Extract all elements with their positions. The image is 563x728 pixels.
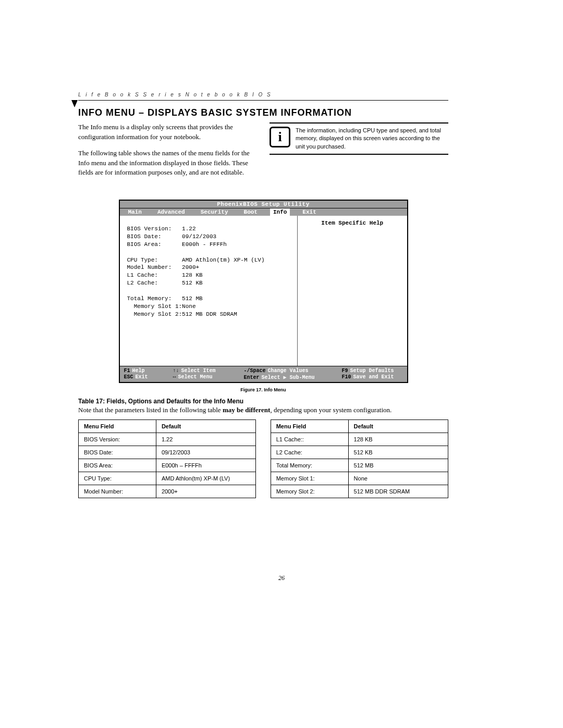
label-save-and-exit: Save and Exit — [353, 374, 394, 380]
key-f9: F9 — [342, 368, 348, 374]
cell-default: Memory Slot 2: — [271, 485, 348, 498]
cell-default: 1.22 — [156, 433, 255, 446]
key-enter: Enter — [244, 375, 260, 380]
page: L i f e B o o k S S e r i e s N o t e b … — [0, 0, 563, 728]
key-minus-space: -/Space — [244, 368, 266, 374]
table-gap — [256, 472, 271, 485]
th-menu-field-1: Menu Field — [79, 420, 156, 433]
bios-tab-bar: MainAdvancedSecurityBootInfoExit — [120, 208, 407, 216]
th-menu-field-2: Menu Field — [271, 420, 348, 433]
table-gap — [256, 446, 271, 459]
cell-default: Total Memory: — [271, 459, 348, 472]
header-rule — [78, 100, 448, 101]
table-note-prefix: Note that the parameters listed in the f… — [78, 406, 223, 414]
page-header-breadcrumb: L i f e B o o k S S e r i e s N o t e b … — [78, 92, 448, 97]
cell-menu-field: 512 KB — [348, 446, 448, 459]
cell-default: L2 Cache: — [271, 446, 348, 459]
label-exit: Exit — [136, 374, 148, 380]
label-select-submenu: Select ▶ Sub-Menu — [262, 374, 315, 380]
key-updown-icon: ↑↓ — [173, 368, 179, 374]
table-row: CPU Type:AMD Athlon(tm) XP-M (LV) Memory… — [79, 472, 448, 485]
page-number: 26 — [0, 574, 563, 582]
bios-tab-info[interactable]: Info — [270, 208, 290, 216]
cell-menu-field: 512 MB — [348, 459, 448, 472]
intro-paragraph-1: The Info menu is a display only screens … — [78, 122, 257, 142]
cell-default: L1 Cache:: — [271, 433, 348, 446]
label-setup-defaults: Setup Defaults — [350, 368, 394, 374]
bios-tab-boot[interactable]: Boot — [241, 208, 261, 216]
figure-caption: Figure 17. Info Menu — [78, 387, 448, 392]
cell-default: E000h – FFFFh — [156, 459, 255, 472]
table-title: Table 17: Fields, Options and Defaults f… — [78, 398, 448, 405]
table-row: Model Number:2000+ Memory Slot 2:512 MB … — [79, 485, 448, 498]
section-title: INFO MENU – DISPLAYS BASIC SYSTEM INFORM… — [78, 107, 448, 118]
bios-main-panel: BIOS Version: 1.22 BIOS Date: 09/12/2003… — [120, 216, 298, 366]
intro-paragraph-2: The following table shows the names of t… — [78, 149, 257, 178]
cell-menu-field: BIOS Version: — [79, 433, 156, 446]
table-note-suffix: , depending upon your system configurati… — [270, 406, 391, 414]
th-default-1: Default — [156, 420, 255, 433]
table-gap — [256, 459, 271, 472]
info-panel-text: The information, including CPU type and … — [296, 127, 448, 151]
bios-tab-exit[interactable]: Exit — [299, 208, 319, 216]
label-help: Help — [132, 368, 145, 374]
table-gap — [256, 420, 271, 433]
cell-menu-field: 128 KB — [348, 433, 448, 446]
table-header-row: Menu Field Default Menu Field Default — [79, 420, 448, 433]
table-row: BIOS Date:09/12/2003L2 Cache:512 KB — [79, 446, 448, 459]
info-icon: i — [270, 127, 290, 147]
table-row: BIOS Area:E000h – FFFFhTotal Memory:512 … — [79, 459, 448, 472]
bios-help-panel: Item Specific Help — [297, 216, 407, 366]
info-panel: i The information, including CPU type an… — [270, 122, 448, 155]
cell-menu-field: None — [348, 472, 448, 485]
table-gap — [256, 433, 271, 446]
key-leftright-icon: ↔ — [173, 374, 176, 380]
label-select-item: Select Item — [181, 368, 216, 374]
fields-table: Menu Field Default Menu Field Default BI… — [78, 419, 448, 498]
header-arrow-icon — [71, 100, 78, 107]
table-row: BIOS Version:1.22L1 Cache::128 KB — [79, 433, 448, 446]
cell-default: 2000+ — [156, 485, 255, 498]
key-f1: F1 — [124, 368, 130, 374]
intro-columns: The Info menu is a display only screens … — [78, 122, 448, 184]
cell-menu-field: Model Number: — [79, 485, 156, 498]
cell-menu-field: BIOS Date: — [79, 446, 156, 459]
bios-footer: F1 Help ↑↓ Select Item -/Space Change Va… — [120, 366, 407, 382]
bios-help-title: Item Specific Help — [303, 220, 401, 226]
key-f10: F10 — [342, 374, 351, 380]
bios-window-title: PhoenixBIOS Setup Utility — [120, 201, 407, 208]
label-change-values: Change Values — [268, 368, 309, 374]
cell-default: Memory Slot 1: — [271, 472, 348, 485]
bios-tab-security[interactable]: Security — [198, 208, 231, 216]
cell-menu-field: CPU Type: — [79, 472, 156, 485]
bios-tab-advanced[interactable]: Advanced — [154, 208, 188, 216]
table-note-bold: may be different — [223, 406, 270, 414]
cell-default: 09/12/2003 — [156, 446, 255, 459]
table-note: Note that the parameters listed in the f… — [78, 406, 448, 414]
bios-window: PhoenixBIOS Setup Utility MainAdvancedSe… — [119, 200, 408, 383]
bios-tab-main[interactable]: Main — [125, 208, 145, 216]
cell-menu-field: BIOS Area: — [79, 459, 156, 472]
bios-body: BIOS Version: 1.22 BIOS Date: 09/12/2003… — [120, 216, 407, 366]
bios-footer-row-2: ESC Exit ↔ Select Menu Enter Select ▶ Su… — [124, 374, 403, 380]
label-select-menu: Select Menu — [178, 374, 213, 380]
table-gap — [256, 485, 271, 498]
th-default-2: Default — [348, 420, 448, 433]
cell-default: AMD Athlon(tm) XP-M (LV) — [156, 472, 255, 485]
intro-right-column: i The information, including CPU type an… — [270, 122, 448, 184]
cell-menu-field: 512 MB DDR SDRAM — [348, 485, 448, 498]
bios-footer-row-1: F1 Help ↑↓ Select Item -/Space Change Va… — [124, 368, 403, 374]
intro-left-column: The Info menu is a display only screens … — [78, 122, 257, 184]
key-esc: ESC — [124, 374, 133, 380]
